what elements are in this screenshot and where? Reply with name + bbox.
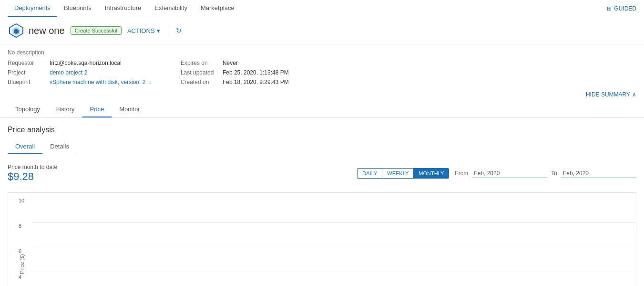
period-btn-weekly[interactable]: WEEKLY bbox=[382, 169, 414, 178]
last-updated-value: Feb 25, 2020, 1:13:48 PM bbox=[223, 69, 289, 76]
nav-tab-extensibility[interactable]: Extensibility bbox=[148, 0, 194, 17]
y-label-6: 6 bbox=[19, 248, 24, 254]
hide-summary-button[interactable]: HIDE SUMMARY ∧ bbox=[586, 91, 636, 98]
blueprint-row: Blueprint vSphere machine with disk, ver… bbox=[8, 79, 152, 85]
summary-grid: Requestor fritz@coke.sqa-horizon.local P… bbox=[8, 60, 636, 85]
expires-row: Expires on Never bbox=[181, 60, 289, 66]
created-row: Created on Feb 18, 2020, 9:29:43 PM bbox=[181, 79, 289, 85]
expires-label: Expires on bbox=[181, 60, 219, 66]
download-icon: ↓ bbox=[149, 79, 152, 85]
period-btn-monthly[interactable]: MONTHLY bbox=[414, 169, 449, 178]
actions-button[interactable]: ACTIONS ▾ bbox=[127, 27, 160, 34]
period-btn-daily[interactable]: DAILY bbox=[358, 169, 382, 178]
blueprint-value[interactable]: vSphere machine with disk, version: 2 bbox=[50, 79, 145, 85]
summary-left-col: Requestor fritz@coke.sqa-horizon.local P… bbox=[8, 60, 152, 85]
from-label: From bbox=[455, 170, 468, 177]
project-row: Project demo project 2 bbox=[8, 69, 152, 76]
deployment-summary: No description Requestor fritz@coke.sqa-… bbox=[0, 44, 644, 85]
main-tabs: Topology History Price Monitor bbox=[0, 102, 644, 118]
price-sub-tabs: Overall Details bbox=[8, 140, 77, 154]
date-range: From To bbox=[455, 169, 636, 178]
refresh-button[interactable]: ↻ bbox=[176, 27, 182, 34]
price-mtd-value: $9.28 bbox=[8, 170, 57, 183]
tab-price[interactable]: Price bbox=[82, 102, 112, 117]
nav-tab-infrastructure[interactable]: Infrastructure bbox=[98, 0, 148, 17]
page-header: new one Create Successful ACTIONS ▾ ↻ bbox=[0, 17, 644, 44]
sub-tab-details[interactable]: Details bbox=[42, 140, 77, 154]
price-month-to-date: Price month to date $9.28 bbox=[8, 164, 57, 183]
logo: new one bbox=[8, 22, 65, 39]
project-value[interactable]: demo project 2 bbox=[50, 69, 87, 76]
grid-line-8 bbox=[32, 222, 636, 223]
create-successful-badge: Create Successful bbox=[71, 26, 122, 35]
grid-lines bbox=[32, 198, 636, 286]
logo-icon bbox=[8, 22, 25, 39]
sub-tab-overall[interactable]: Overall bbox=[8, 140, 42, 154]
period-controls: DAILY WEEKLY MONTHLY From To bbox=[357, 168, 636, 179]
tab-topology[interactable]: Topology bbox=[8, 102, 48, 117]
separator bbox=[168, 26, 168, 35]
chart-area bbox=[32, 198, 636, 286]
nav-tabs: Deployments Blueprints Infrastructure Ex… bbox=[8, 0, 241, 17]
grid-line-4 bbox=[32, 272, 636, 272]
price-chart: Price ($) 10 8 6 4 2 0 bbox=[8, 192, 636, 286]
top-navigation: Deployments Blueprints Infrastructure Ex… bbox=[0, 0, 644, 17]
price-analysis-title: Price analysis bbox=[8, 126, 77, 134]
summary-bottom: HIDE SUMMARY ∧ bbox=[0, 85, 644, 100]
main-content: Price analysis Overall Details Price mon… bbox=[0, 118, 644, 286]
guided-button[interactable]: ⊞ GUIDED bbox=[607, 5, 636, 12]
requestor-row: Requestor fritz@coke.sqa-horizon.local bbox=[8, 60, 152, 66]
last-updated-row: Last updated Feb 25, 2020, 1:13:48 PM bbox=[181, 69, 289, 76]
tab-history[interactable]: History bbox=[48, 102, 82, 117]
nav-tab-marketplace[interactable]: Marketplace bbox=[194, 0, 241, 17]
project-label: Project bbox=[8, 69, 46, 76]
nav-tab-blueprints[interactable]: Blueprints bbox=[57, 0, 98, 17]
guided-icon: ⊞ bbox=[607, 5, 612, 12]
period-buttons: DAILY WEEKLY MONTHLY bbox=[357, 168, 449, 179]
chevron-up-icon: ∧ bbox=[632, 91, 636, 98]
grid-line-10 bbox=[32, 198, 636, 198]
requestor-label: Requestor bbox=[8, 60, 46, 66]
logo-text: new one bbox=[29, 25, 65, 36]
created-value: Feb 18, 2020, 9:29:43 PM bbox=[223, 79, 289, 85]
tab-monitor[interactable]: Monitor bbox=[112, 102, 147, 117]
chevron-down-icon: ▾ bbox=[157, 27, 160, 34]
summary-right-col: Expires on Never Last updated Feb 25, 20… bbox=[181, 60, 289, 85]
created-label: Created on bbox=[181, 79, 219, 85]
price-controls: Price month to date $9.28 DAILY WEEKLY M… bbox=[8, 164, 636, 183]
y-label-4: 4 bbox=[19, 274, 24, 280]
y-axis: 10 8 6 4 2 0 bbox=[19, 198, 24, 286]
y-label-8: 8 bbox=[19, 223, 24, 229]
to-date-input[interactable] bbox=[561, 169, 636, 178]
y-label-10: 10 bbox=[19, 198, 24, 203]
requestor-value: fritz@coke.sqa-horizon.local bbox=[50, 60, 122, 66]
expires-value: Never bbox=[223, 60, 238, 66]
blueprint-label: Blueprint bbox=[8, 79, 46, 85]
grid-line-6 bbox=[32, 247, 636, 247]
nav-tab-deployments[interactable]: Deployments bbox=[8, 0, 57, 17]
no-description: No description bbox=[8, 49, 636, 56]
last-updated-label: Last updated bbox=[181, 69, 219, 76]
from-date-input[interactable] bbox=[472, 169, 547, 178]
to-label: To bbox=[551, 170, 557, 177]
price-mtd-label: Price month to date bbox=[8, 164, 57, 170]
